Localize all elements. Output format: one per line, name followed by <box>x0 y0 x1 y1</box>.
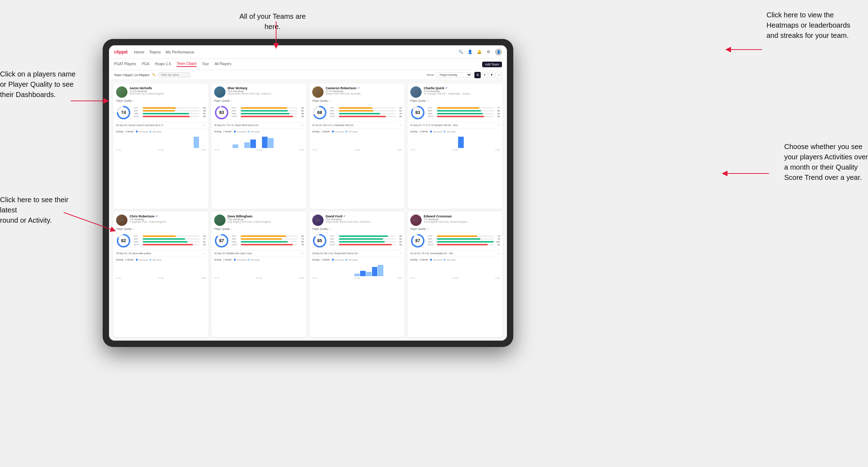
player-handicap: Plus Handicap <box>228 90 304 92</box>
quality-ring[interactable]: 85 <box>312 233 327 248</box>
on-course-legend <box>332 131 334 132</box>
sort-button[interactable]: ↕ <box>496 72 502 78</box>
player-card[interactable]: DB Dave Billingham Plus Handicap Sag Mag… <box>211 212 307 337</box>
tab-hcaps[interactable]: Hcaps 1-5 <box>155 62 171 67</box>
player-quality-section[interactable]: 68 OTT 61 APP 63 ARG <box>312 105 402 120</box>
stat-value: 75 <box>397 113 402 115</box>
quality-score: 74 <box>121 110 126 115</box>
quality-ring[interactable]: 93 <box>214 105 229 120</box>
player-name[interactable]: Aaron Nicholls <box>130 86 206 90</box>
on-course-label: On course <box>433 131 442 133</box>
quality-ring[interactable]: 87 <box>214 233 229 248</box>
tab-tour[interactable]: Tour <box>202 62 209 67</box>
quality-ring[interactable]: 68 <box>312 105 327 120</box>
stat-bar-bg <box>339 244 396 245</box>
round-arrow-icon[interactable]: → <box>203 252 206 255</box>
player-card[interactable]: CR Cameron Robertson ✔ 11-15 Handicap Ro… <box>309 84 405 209</box>
player-quality-section[interactable]: 87 OTT 82 APP 74 ARG <box>214 233 304 248</box>
quality-score: 87 <box>415 238 420 243</box>
player-card[interactable]: DF David Ford ✔ Plus Handicap Royal Nort… <box>309 212 405 337</box>
stat-row: ARG 88 <box>232 113 304 115</box>
player-name[interactable]: Dave Billingham <box>228 215 304 218</box>
latest-round[interactable]: 18 Jul 23 | 74 (+4), Sunningdale GC - Ol… <box>410 250 500 255</box>
show-dropdown[interactable]: Player Activity Quality Score Trend <box>436 72 472 78</box>
nav-home[interactable]: Home <box>134 50 144 54</box>
tab-all-players[interactable]: All Players <box>215 62 231 67</box>
tab-pgat-players[interactable]: PGAT Players <box>114 62 136 67</box>
latest-round[interactable]: 02 Sep 23 | Sunset round to get back int… <box>116 122 206 127</box>
latest-round[interactable]: 26 Aug 23 | 84 (+12), Royal North Devon … <box>312 250 402 255</box>
player-card[interactable]: CR Chris Robertson ✔ 1-5 Handicap Craigm… <box>113 212 209 337</box>
activity-title: Activity · 1 Month <box>312 258 330 261</box>
player-quality-section[interactable]: 83 OTT 77 APP 80 ARG <box>410 105 500 120</box>
stat-row: ARG 85 <box>232 241 304 243</box>
filter-view-button[interactable]: ▼ <box>489 72 495 78</box>
stat-label: PUTT <box>134 244 142 246</box>
round-arrow-icon[interactable]: → <box>497 124 500 127</box>
activity-legend: On course Off course <box>430 131 456 133</box>
profile-icon[interactable]: 👤 <box>467 49 473 55</box>
round-arrow-icon[interactable]: → <box>497 252 500 255</box>
verified-icon: ✔ <box>343 215 346 218</box>
stat-bar-bg <box>241 238 298 240</box>
player-quality-section[interactable]: 74 OTT 60 APP 58 ARG <box>116 105 206 120</box>
player-name[interactable]: Edward Crossman <box>424 215 500 218</box>
activity-legend: On course Off course <box>430 259 456 261</box>
activity-header: Activity · 1 Month On course Off course <box>312 258 402 261</box>
round-arrow-icon[interactable]: → <box>399 124 402 127</box>
player-quality-section[interactable]: 87 OTT 73 APP 79 ARG <box>410 233 500 248</box>
activity-arrow <box>723 163 772 184</box>
grid-view-button[interactable]: ⊞ <box>474 72 481 78</box>
player-name[interactable]: Charlie Quick ✔ <box>424 86 500 90</box>
latest-round[interactable]: 26 Aug 23 | 73 (+1), Royal North Devon G… <box>214 122 304 127</box>
player-name[interactable]: Cameron Robertson ✔ <box>326 86 402 90</box>
list-view-button[interactable]: ≡ <box>481 72 488 78</box>
player-name[interactable]: David Ford ✔ <box>326 215 402 218</box>
add-team-button[interactable]: Add Team <box>482 62 502 67</box>
latest-round[interactable]: 04 Sep 23 | Mobility with coach, Gym → <box>214 250 304 255</box>
nav-teams[interactable]: Teams <box>149 50 161 54</box>
player-quality-section[interactable]: 82 OTT 60 APP 77 ARG <box>116 233 206 248</box>
quality-ring[interactable]: 74 <box>116 105 131 120</box>
round-arrow-icon[interactable]: → <box>301 252 304 255</box>
player-quality-section[interactable]: 85 OTT 89 APP 80 ARG <box>312 233 402 248</box>
edit-icon[interactable]: ✏️ <box>152 73 156 76</box>
latest-round[interactable]: 07 Aug 23 | 77 (+7), St George's Hill GC… <box>410 122 500 127</box>
tab-pga[interactable]: PGA <box>142 62 149 67</box>
stat-value: 86 <box>495 115 500 118</box>
round-arrow-icon[interactable]: → <box>203 124 206 127</box>
stat-row: PUTT 94 <box>232 244 304 246</box>
quality-ring[interactable]: 83 <box>410 105 425 120</box>
quality-ring[interactable]: 87 <box>410 233 425 248</box>
activity-section: Activity · 1 Month On course Off course … <box>214 129 304 151</box>
avatar-icon[interactable]: 👤 <box>495 49 502 56</box>
stat-label: ARG <box>134 113 142 115</box>
player-card[interactable]: EC Edward Crossman 1-5 Handicap Sunningd… <box>407 212 503 337</box>
round-arrow-icon[interactable]: → <box>399 252 402 255</box>
stat-row: APP 80 <box>330 238 402 240</box>
latest-round[interactable]: 02 Jul 23 | 59 (+17), Craigmillar Park G… <box>312 122 402 127</box>
on-course-legend <box>430 259 432 261</box>
stat-label: APP <box>232 238 240 240</box>
player-quality-section[interactable]: 93 OTT 84 APP 85 ARG <box>214 105 304 120</box>
nav-my-performance[interactable]: My Performance <box>166 50 194 54</box>
activity-chart <box>214 262 304 276</box>
bell-icon[interactable]: 🔔 <box>476 49 482 55</box>
activity-header: Activity · 1 Month On course Off course <box>312 130 402 133</box>
latest-round[interactable]: 03 Mar 23 | 19, Must make putting → <box>116 250 206 255</box>
stat-label: APP <box>330 238 338 240</box>
player-name[interactable]: Chris Robertson ✔ <box>130 215 206 218</box>
stat-bar-bg <box>241 110 298 112</box>
player-card[interactable]: AN Aaron Nicholls 11-15 Handicap Drift G… <box>113 84 209 209</box>
round-arrow-icon[interactable]: → <box>301 124 304 127</box>
player-card[interactable]: BM Blair McHarg Plus Handicap Royal Nort… <box>211 84 307 209</box>
tab-team-clippd[interactable]: Team Clippd <box>177 62 196 67</box>
search-input[interactable] <box>159 72 190 78</box>
ipad-screen: clippd Home Teams My Performance 🔍 👤 🔔 ⚙… <box>109 45 507 341</box>
player-name[interactable]: Blair McHarg <box>228 86 304 90</box>
player-card[interactable]: CQ Charlie Quick ✔ 6-10 Handicap St. Geo… <box>407 84 503 209</box>
off-course-label: Off course <box>251 131 259 133</box>
settings-icon[interactable]: ⚙ <box>486 49 491 55</box>
activity-section: Activity · 1 Month On course Off course … <box>214 257 304 279</box>
search-icon[interactable]: 🔍 <box>458 49 464 55</box>
